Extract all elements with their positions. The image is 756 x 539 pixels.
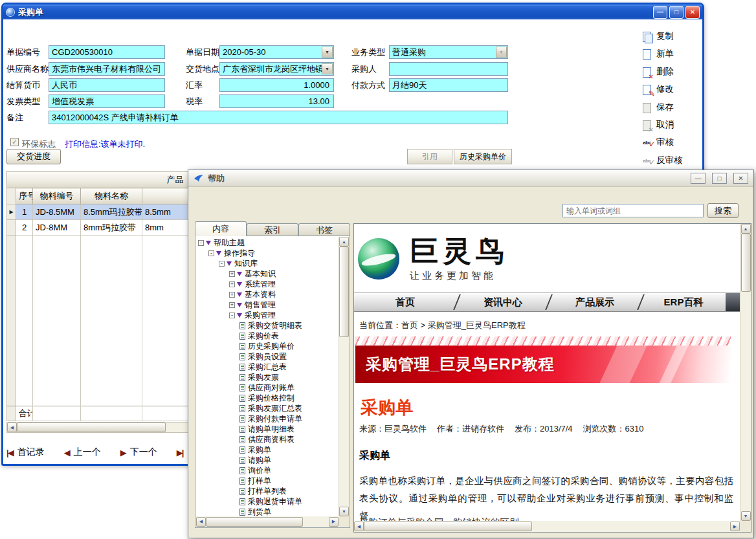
help-tab-2[interactable]: 书签 — [298, 223, 350, 236]
recnav-last-button[interactable]: ▶| — [177, 448, 183, 457]
tree-item[interactable]: -采购管理 — [196, 310, 339, 320]
tree-expand-icon[interactable]: - — [219, 261, 225, 267]
chevron-down-icon[interactable]: ▼ — [322, 63, 333, 74]
tree-item[interactable]: 供应商资料表 — [196, 434, 339, 445]
scroll-thumb[interactable] — [364, 522, 532, 531]
tree-item[interactable]: 采购发票汇总表 — [196, 403, 339, 413]
tree-expand-icon[interactable]: + — [229, 292, 235, 298]
maximize-icon[interactable]: □ — [669, 6, 684, 19]
scroll-up-icon[interactable]: ▲ — [339, 237, 349, 247]
close-icon[interactable]: ✕ — [733, 173, 748, 184]
tree-item[interactable]: 打样单 — [196, 476, 339, 486]
scroll-right-icon[interactable]: ▶ — [329, 517, 339, 527]
tree-expand-icon[interactable]: + — [229, 271, 235, 277]
help-tab-1[interactable]: 索引 — [247, 223, 298, 236]
help-title-bar[interactable]: 帮助 — □ ✕ — [188, 170, 753, 187]
payment-field[interactable]: 月结90天 — [389, 78, 508, 92]
doc-no-field[interactable]: CGD200530010 — [49, 45, 165, 59]
tree-vertical-scrollbar[interactable]: ▲ ▼ — [339, 237, 349, 516]
tree-item[interactable]: -知识库 — [196, 258, 339, 269]
history-price-button[interactable]: 历史采购单价 — [454, 149, 512, 164]
help-tab-0[interactable]: 内容 — [195, 221, 247, 236]
biz-type-field[interactable]: 普通采购▼ — [389, 45, 508, 59]
tree-item[interactable]: +系统管理 — [196, 279, 339, 289]
tree-expand-icon[interactable]: - — [198, 240, 204, 246]
minimize-icon[interactable]: — — [653, 6, 667, 19]
remark-field[interactable]: 34012000042S 产线申请补料订单 — [49, 111, 508, 124]
quote-button[interactable]: 引用 — [407, 149, 452, 164]
scroll-thumb[interactable] — [339, 247, 349, 337]
column-header[interactable]: 序号 — [16, 188, 33, 204]
help-search-input[interactable] — [562, 204, 704, 217]
scroll-thumb[interactable] — [17, 423, 166, 432]
chevron-down-icon[interactable]: ▼ — [322, 47, 333, 58]
tree-item[interactable]: -帮助主题 — [196, 237, 339, 248]
tree-expand-icon[interactable]: + — [229, 302, 235, 308]
minimize-icon[interactable]: — — [691, 173, 706, 184]
site-nav-item[interactable]: 产品展示 — [550, 293, 640, 311]
currency-field[interactable]: 人民币 — [49, 78, 165, 92]
action-cancel-button[interactable]: 取消 — [641, 117, 674, 133]
delivery-progress-button[interactable]: 交货进度 — [6, 149, 61, 164]
delivery-place-field[interactable]: 广东省深圳市龙岗区坪地镇六▼ — [219, 62, 334, 76]
tree-horizontal-scrollbar[interactable]: ◀ ▶ — [196, 516, 339, 527]
tree-expand-icon[interactable]: - — [208, 250, 214, 256]
tree-item[interactable]: 采购发票 — [196, 372, 339, 382]
content-horizontal-scrollbar[interactable]: ◀ ▶ — [354, 521, 740, 532]
doc-date-field[interactable]: 2020-05-30▼ — [219, 45, 334, 59]
tree-item[interactable]: 询价单 — [196, 465, 339, 476]
site-nav-item[interactable]: 首页 — [354, 293, 456, 311]
action-save-button[interactable]: 保存 — [641, 100, 674, 115]
tree-item[interactable]: 采购单 — [196, 445, 339, 455]
action-unaudit-button[interactable]: abc反审核 — [641, 153, 683, 168]
action-new-button[interactable]: 新单 — [641, 46, 674, 61]
recnav-prev-button[interactable]: ◀上一个 — [64, 446, 101, 458]
tree-item[interactable]: 历史采购单价 — [196, 341, 339, 351]
tree-item[interactable]: +基本资料 — [196, 289, 339, 300]
tree-expand-icon[interactable]: + — [229, 281, 235, 287]
tree-item[interactable]: 采购汇总表 — [196, 362, 339, 372]
tree-item[interactable]: -操作指导 — [196, 248, 339, 258]
buyer-field[interactable] — [389, 62, 508, 76]
supplier-field[interactable]: 东莞市伟兴电子材料有限公司 — [49, 62, 165, 76]
main-title-bar[interactable]: 采购单 — □ ✕ — [3, 5, 702, 19]
tree-item[interactable]: 采购价表 — [196, 331, 339, 341]
tree-item[interactable]: 供应商对账单 — [196, 382, 339, 393]
maximize-icon[interactable]: □ — [712, 173, 727, 184]
tree-item[interactable]: +销售管理 — [196, 300, 339, 310]
column-header[interactable]: 物料名称 — [81, 188, 142, 204]
tree-item[interactable]: 采购退货申请单 — [196, 496, 339, 507]
scroll-down-icon[interactable]: ▼ — [741, 511, 751, 521]
scroll-left-icon[interactable]: ◀ — [7, 423, 17, 432]
recnav-next-button[interactable]: ▶下一个 — [120, 446, 157, 458]
tree-item[interactable]: 采购员设置 — [196, 351, 339, 362]
scroll-down-icon[interactable]: ▼ — [339, 507, 349, 516]
scroll-up-icon[interactable]: ▲ — [741, 224, 751, 234]
recnav-first-button[interactable]: |◀首记录 — [6, 446, 45, 458]
tree-item[interactable]: 打样单列表 — [196, 486, 339, 496]
eco-checkbox[interactable]: ✓ — [10, 138, 19, 146]
tree-item[interactable]: 到货单 — [196, 507, 339, 516]
site-nav-item[interactable]: ERP百科 — [641, 293, 726, 311]
tree-item[interactable]: 采购交货明细表 — [196, 320, 339, 331]
help-search-button[interactable]: 搜索 — [707, 203, 739, 218]
tree-item[interactable]: 请购单明细表 — [196, 424, 339, 434]
action-audit-button[interactable]: abc审核 — [641, 135, 674, 150]
scroll-thumb[interactable] — [206, 517, 303, 527]
invoice-type-field[interactable]: 增值税发票 — [49, 94, 165, 108]
tree-item[interactable]: 请购单 — [196, 455, 339, 465]
tree-expand-icon[interactable]: - — [229, 313, 235, 318]
action-copy-button[interactable]: 复制 — [641, 28, 674, 44]
scroll-left-icon[interactable]: ◀ — [354, 522, 364, 531]
tree-item[interactable]: +基本知识 — [196, 269, 339, 279]
tree-item[interactable]: 采购付款申请单 — [196, 413, 339, 424]
tax-rate-field[interactable]: 13.00 — [219, 94, 334, 108]
tree-item[interactable]: 采购价格控制 — [196, 393, 339, 403]
site-nav-item[interactable]: 资讯中心 — [458, 293, 548, 311]
column-header[interactable]: 物料编号 — [33, 188, 81, 204]
content-vertical-scrollbar[interactable]: ▲ ▼ — [740, 224, 751, 521]
scroll-thumb[interactable] — [741, 234, 751, 292]
action-delete-button[interactable]: 删除 — [641, 64, 674, 80]
close-icon[interactable]: ✕ — [685, 6, 700, 19]
scroll-right-icon[interactable]: ▶ — [730, 522, 740, 531]
